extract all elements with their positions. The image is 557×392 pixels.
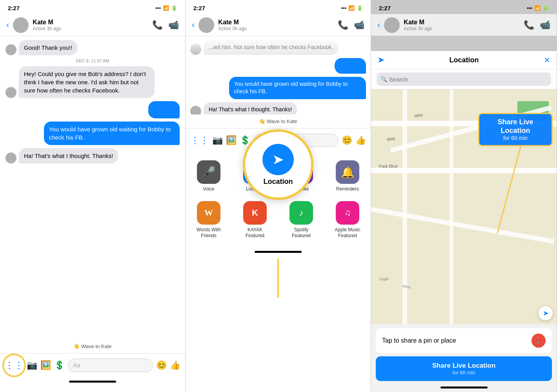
signal-icon-2: ▪▪▪ xyxy=(341,5,346,11)
input-placeholder-1: Aa xyxy=(73,362,80,368)
thumbsup-icon-2[interactable]: 👍 xyxy=(355,135,366,145)
location-panel: ➤ Location ✕ 🔍 Way Way xyxy=(371,51,557,392)
table-row: Hey! Could you give me Bob's address? I … xyxy=(5,66,180,98)
app-item-reminders[interactable]: 🔔 Reminders xyxy=(324,156,371,196)
status-bar-3: 2:27 ▪▪▪ 📶 🔋 xyxy=(371,0,557,14)
time-2: 2:27 xyxy=(193,5,205,11)
app-item-apple-music[interactable]: ♫ Apple MusicFeatured xyxy=(324,196,371,243)
action-panel: Tap to share a pin or place 📍 Share Live… xyxy=(371,324,557,392)
tap-share-pin-button[interactable]: Tap to share a pin or place 📍 xyxy=(376,328,552,353)
payment-icon-1[interactable]: 💲 xyxy=(54,360,65,370)
emoji-icon-1[interactable]: 😊 xyxy=(156,360,167,370)
nav-info-3: Kate M Active 3h ago xyxy=(404,19,520,31)
emoji-icon-2[interactable]: 😊 xyxy=(342,135,352,145)
home-indicator-2 xyxy=(186,247,371,256)
map-label-legal: Legal xyxy=(379,277,388,281)
phone2-chat: ...tell him. Not sure how often he check… xyxy=(186,36,371,114)
games-label: Games xyxy=(294,186,309,192)
map-road-h2 xyxy=(371,168,557,173)
table-row: Good! Thank you!! xyxy=(5,40,180,55)
share-live-sub-label: for 60 min xyxy=(453,370,475,376)
home-indicator-3 xyxy=(371,383,557,392)
avatar-received-p2 xyxy=(190,44,201,55)
share-live-main-label: Share Live Location xyxy=(432,362,496,370)
message-bubble: You would have grown old waiting for Bob… xyxy=(229,77,366,99)
toolbar-1: ⋮⋮ 📷 🖼️ 💲 Aa 😊 👍 xyxy=(0,353,185,377)
nav-actions-1: 📞 📹 xyxy=(152,20,179,30)
app-item-kayak[interactable]: K KAYAKFeatured xyxy=(232,196,278,243)
app-item-games[interactable]: 🎮 Games xyxy=(278,156,324,196)
back-button-2[interactable]: ‹ xyxy=(192,20,195,30)
share-live-line1: Share Live Location xyxy=(485,118,546,135)
battery-icon-3: 🔋 xyxy=(542,5,549,11)
phone-call-icon-3[interactable]: 📞 xyxy=(524,20,534,30)
location-icon: ➤ xyxy=(243,160,267,184)
table-row: You would have grown old waiting for Bob… xyxy=(190,77,366,99)
nav-bar-1: ‹ Kate M Active 3h ago 📞 📹 xyxy=(0,14,185,36)
reminders-label: Reminders xyxy=(336,186,359,192)
share-live-location-button[interactable]: Share Live Location for 60 min xyxy=(376,356,552,381)
share-live-highlight-box: Share Live Location for 60 min xyxy=(478,113,553,146)
wave-banner-2[interactable]: 👋 Wave to Kate xyxy=(186,114,371,128)
camera-icon-1[interactable]: 📷 xyxy=(27,360,37,370)
apps-button-1[interactable]: ⋮⋮ xyxy=(5,360,24,371)
location-panel-header: ➤ Location ✕ xyxy=(371,51,557,69)
home-bar-2 xyxy=(255,251,302,253)
nav-bar-2: ‹ Kate M Active 3h ago 📞 📹 xyxy=(186,14,371,36)
search-input-location[interactable] xyxy=(377,73,551,86)
wave-banner-1[interactable]: 👋 Wave to Kate xyxy=(0,339,185,353)
table-row xyxy=(190,58,366,74)
table-row: Ha! That's what I thought. Thanks! xyxy=(5,148,180,163)
phone-1: 2:27 ▪▪▪ 📶 🔋 ‹ Kate M Active 3h ago 📞 📹 … xyxy=(0,0,186,392)
app-item-location[interactable]: ➤ Location xyxy=(232,156,278,196)
thumbsup-icon-1[interactable]: 👍 xyxy=(170,360,180,370)
phone-call-icon-2[interactable]: 📞 xyxy=(338,20,348,30)
table-row xyxy=(5,101,180,118)
phone-call-icon-1[interactable]: 📞 xyxy=(152,20,163,30)
payment-icon-2[interactable]: 💲 xyxy=(240,135,250,145)
gallery-icon-1[interactable]: 🖼️ xyxy=(40,360,51,370)
phone-2: 2:27 ▪▪▪ 📶 🔋 ‹ Kate M Active 3h ago 📞 📹 … xyxy=(186,0,371,392)
input-placeholder-2: Aa xyxy=(258,137,266,143)
gallery-icon-2[interactable]: 🖼️ xyxy=(226,135,237,145)
message-bubble: Ha! That's what I thought. Thanks! xyxy=(19,148,118,163)
avatar-received-p2b xyxy=(190,106,201,114)
table-row: Ha! That's what I thought. Thanks! xyxy=(190,102,366,114)
phone-3: 2:27 ▪▪▪ 📶 🔋 ‹ Kate M Active 3h ago 📞 📹 … xyxy=(371,0,557,392)
close-button-3[interactable]: ✕ xyxy=(544,55,550,65)
video-call-icon-2[interactable]: 📹 xyxy=(354,20,364,30)
back-button-3[interactable]: ‹ xyxy=(377,20,380,30)
home-bar-1 xyxy=(69,381,116,383)
message-input-2[interactable]: Aa xyxy=(253,134,339,147)
apps-icon-1[interactable]: ⋮⋮ xyxy=(5,360,24,371)
app-item-words[interactable]: W Words With Friends xyxy=(186,196,232,243)
home-indicator-1 xyxy=(0,377,185,386)
app-item-spotify[interactable]: ♪ SpotifyFeatured xyxy=(278,196,324,243)
back-button-1[interactable]: ‹ xyxy=(6,20,9,30)
map-area: Way Way Park Blvd Legal New... ➤ Share L… xyxy=(371,89,557,324)
share-live-line2: for 60 min xyxy=(503,135,528,141)
status-icons-3: ▪▪▪ 📶 🔋 xyxy=(527,5,549,11)
avatar-received-1 xyxy=(5,44,16,55)
app-item-voice[interactable]: 🎤 Voice xyxy=(186,156,232,196)
message-input-1[interactable]: Aa xyxy=(68,359,153,372)
video-call-icon-3[interactable]: 📹 xyxy=(540,20,550,30)
apps-icon-2[interactable]: ⋮⋮ xyxy=(190,135,209,146)
camera-icon-2[interactable]: 📷 xyxy=(212,135,223,145)
nav-info-1: Kate M Active 3h ago xyxy=(33,19,148,31)
search-wrap: 🔍 xyxy=(377,73,551,86)
wave-text-2: 👋 Wave to Kate xyxy=(259,118,297,124)
message-bubble xyxy=(335,58,366,74)
kayak-icon: K xyxy=(243,201,267,225)
table-row: You would have grown old waiting for Bob… xyxy=(5,122,180,145)
video-call-icon-1[interactable]: 📹 xyxy=(168,20,179,30)
status-icons-2: ▪▪▪ 📶 🔋 xyxy=(341,5,363,11)
map-road-v1 xyxy=(402,89,407,324)
navigation-button[interactable]: ➤ xyxy=(539,306,553,320)
contact-status-2: Active 3h ago xyxy=(218,26,334,31)
avatar-3 xyxy=(384,17,400,33)
toolbar-2: ⋮⋮ 📷 🖼️ 💲 Aa 😊 👍 xyxy=(186,128,371,152)
time-1: 2:27 xyxy=(8,5,20,11)
location-panel-title: Location xyxy=(384,56,544,64)
status-bar-2: 2:27 ▪▪▪ 📶 🔋 xyxy=(186,0,371,14)
